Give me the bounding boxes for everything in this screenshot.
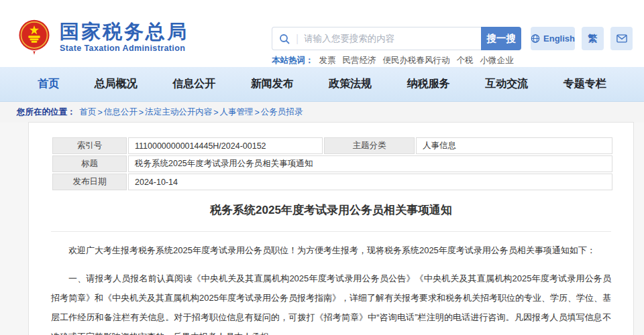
- article-title: 税务系统2025年度考试录用公务员相关事项通知: [51, 202, 611, 218]
- breadcrumb: 您所在的位置： 首页 > 信息公开 > 法定主动公开内容 > 人事管理 > 公务…: [0, 102, 644, 123]
- article-body: 欢迎广大考生报考税务系统2025年度考试录用公务员职位！为方便考生报考，现将税务…: [51, 241, 611, 335]
- breadcrumb-label: 您所在的位置：: [17, 107, 76, 118]
- breadcrumb-separator: >: [213, 108, 218, 117]
- main-nav: 首页 总局概况 信息公开 新闻发布 政策法规 纳税服务 互动交流 专题专栏: [0, 67, 644, 102]
- article-card: 索引号 11100000000014445H/2024-00152 主题分类 人…: [28, 122, 634, 335]
- breadcrumb-separator: >: [139, 108, 144, 117]
- site-title: 国家税务总局: [60, 21, 189, 42]
- mail-button[interactable]: [610, 27, 633, 50]
- title-divider: [51, 231, 611, 232]
- nav-item-special-topics[interactable]: 专题专栏: [564, 77, 606, 91]
- breadcrumb-item-info-disclosure[interactable]: 信息公开: [104, 107, 138, 118]
- table-row: 发布日期 2024-10-14: [52, 173, 613, 191]
- search-box[interactable]: |: [272, 27, 481, 50]
- meta-value-title: 税务系统2025年度考试录用公务员相关事项通知: [127, 155, 613, 173]
- english-label: English: [543, 34, 575, 44]
- hot-words-label: 本站热词：: [272, 55, 314, 66]
- nav-item-info-disclosure[interactable]: 信息公开: [172, 77, 215, 91]
- nav-item-overview[interactable]: 总局概况: [95, 77, 138, 91]
- meta-value-topic-category: 人事信息: [415, 137, 613, 155]
- meta-label-publish-date: 发布日期: [52, 173, 127, 191]
- hot-word-link[interactable]: 民营经济: [343, 55, 376, 66]
- hot-word-link[interactable]: 小微企业: [480, 55, 514, 66]
- breadcrumb-item-civil-servant-recruitment[interactable]: 公务员招录: [261, 107, 303, 118]
- meta-label-index-number: 索引号: [52, 137, 127, 155]
- traditional-chinese-button[interactable]: 繁: [582, 27, 604, 50]
- article-paragraph: 一、请报考人员报名前认真阅读《中央机关及其直属机构2025年度考试录用公务员公告…: [51, 269, 611, 335]
- breadcrumb-item-hr-management[interactable]: 人事管理: [219, 107, 253, 118]
- hot-word-link[interactable]: 发票: [319, 55, 336, 66]
- site-subtitle: State Taxation Administration: [60, 44, 189, 53]
- hot-words-bar: 本站热词： 发票 民营经济 便民办税春风行动 个税 小微企业: [272, 55, 521, 66]
- article-paragraph: 欢迎广大考生报考税务系统2025年度考试录用公务员职位！为方便考生报考，现将税务…: [51, 241, 611, 260]
- hot-word-link[interactable]: 便民办税春风行动: [383, 55, 450, 66]
- site-header: 国家税务总局 State Taxation Administration | 搜…: [0, 0, 644, 67]
- nav-item-home[interactable]: 首页: [38, 77, 59, 91]
- search-area: | 搜一搜 English 繁: [272, 27, 633, 50]
- table-row: 标题 税务系统2025年度考试录用公务员相关事项通知: [52, 155, 613, 173]
- nav-item-policies[interactable]: 政策法规: [329, 77, 372, 91]
- nav-item-news[interactable]: 新闻发布: [251, 77, 294, 91]
- nav-item-tax-services[interactable]: 纳税服务: [407, 77, 450, 91]
- search-button[interactable]: 搜一搜: [481, 27, 521, 50]
- search-divider: |: [296, 33, 299, 45]
- english-language-button[interactable]: English: [531, 27, 575, 50]
- breadcrumb-item-home[interactable]: 首页: [80, 107, 97, 118]
- search-input[interactable]: [304, 34, 474, 44]
- meta-table: 索引号 11100000000014445H/2024-00152 主题分类 人…: [51, 136, 614, 192]
- table-row: 索引号 11100000000014445H/2024-00152 主题分类 人…: [52, 137, 613, 155]
- national-emblem-icon: [17, 18, 52, 56]
- brand-logo-group[interactable]: 国家税务总局 State Taxation Administration: [17, 18, 189, 56]
- envelope-icon: [616, 34, 627, 43]
- breadcrumb-separator: >: [98, 108, 103, 117]
- meta-label-title: 标题: [52, 155, 127, 173]
- hot-word-link[interactable]: 个税: [457, 55, 474, 66]
- brand-text: 国家税务总局 State Taxation Administration: [60, 21, 189, 53]
- nav-item-interaction[interactable]: 互动交流: [485, 77, 528, 91]
- meta-value-publish-date: 2024-10-14: [127, 173, 613, 191]
- page: 国家税务总局 State Taxation Administration | 搜…: [0, 0, 644, 335]
- search-icon: [279, 34, 290, 44]
- breadcrumb-separator: >: [254, 108, 259, 117]
- meta-label-topic-category: 主题分类: [323, 137, 415, 155]
- breadcrumb-item-statutory-content[interactable]: 法定主动公开内容: [145, 107, 212, 118]
- meta-value-index-number: 11100000000014445H/2024-00152: [127, 137, 323, 155]
- globe-icon: [531, 34, 540, 44]
